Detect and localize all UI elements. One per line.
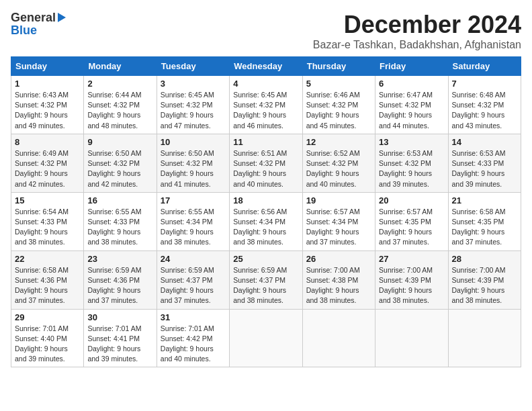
day-number: 25 (233, 254, 298, 264)
calendar-table: SundayMondayTuesdayWednesdayThursdayFrid… (11, 56, 521, 367)
title-section: December 2024 Bazar-e Tashkan, Badakhsha… (313, 11, 521, 51)
logo-blue-text: Blue (11, 24, 66, 38)
day-number: 2 (87, 79, 152, 89)
day-number: 27 (379, 254, 444, 264)
day-number: 5 (306, 79, 371, 89)
day-number: 10 (161, 137, 226, 147)
calendar-week-1: 1 Sunrise: 6:43 AMSunset: 4:32 PMDayligh… (11, 76, 521, 134)
day-number: 17 (161, 195, 226, 205)
column-header-wednesday: Wednesday (230, 57, 302, 76)
day-info: Sunrise: 6:59 AMSunset: 4:36 PMDaylight:… (87, 266, 141, 305)
calendar-cell: 5 Sunrise: 6:46 AMSunset: 4:32 PMDayligh… (302, 76, 375, 134)
day-number: 9 (87, 137, 152, 147)
day-info: Sunrise: 6:57 AMSunset: 4:35 PMDaylight:… (379, 208, 433, 246)
day-info: Sunrise: 7:01 AMSunset: 4:41 PMDaylight:… (87, 324, 141, 363)
day-number: 16 (87, 195, 152, 205)
day-info: Sunrise: 6:54 AMSunset: 4:33 PMDaylight:… (15, 208, 69, 246)
day-number: 1 (15, 79, 80, 89)
calendar-week-5: 29 Sunrise: 7:01 AMSunset: 4:40 PMDaylig… (11, 309, 521, 367)
calendar-cell (448, 309, 521, 367)
day-info: Sunrise: 6:56 AMSunset: 4:34 PMDaylight:… (233, 208, 287, 246)
calendar-cell: 25 Sunrise: 6:59 AMSunset: 4:37 PMDaylig… (230, 250, 302, 309)
day-info: Sunrise: 6:59 AMSunset: 4:37 PMDaylight:… (233, 266, 287, 305)
calendar-cell: 27 Sunrise: 7:00 AMSunset: 4:39 PMDaylig… (375, 250, 448, 309)
calendar-cell: 23 Sunrise: 6:59 AMSunset: 4:36 PMDaylig… (84, 250, 157, 309)
day-number: 20 (379, 195, 444, 205)
day-number: 30 (87, 312, 152, 322)
day-info: Sunrise: 7:00 AMSunset: 4:39 PMDaylight:… (379, 266, 433, 305)
calendar-cell: 24 Sunrise: 6:59 AMSunset: 4:37 PMDaylig… (157, 250, 229, 309)
day-number: 6 (379, 79, 444, 89)
day-info: Sunrise: 7:00 AMSunset: 4:39 PMDaylight:… (452, 266, 506, 305)
calendar-cell: 16 Sunrise: 6:55 AMSunset: 4:33 PMDaylig… (84, 192, 157, 250)
day-number: 15 (15, 195, 80, 205)
column-header-sunday: Sunday (11, 57, 84, 76)
day-info: Sunrise: 6:46 AMSunset: 4:32 PMDaylight:… (306, 91, 360, 130)
calendar-cell: 13 Sunrise: 6:53 AMSunset: 4:32 PMDaylig… (375, 134, 448, 192)
column-header-tuesday: Tuesday (157, 57, 229, 76)
calendar-week-4: 22 Sunrise: 6:58 AMSunset: 4:36 PMDaylig… (11, 250, 521, 309)
calendar-cell: 15 Sunrise: 6:54 AMSunset: 4:33 PMDaylig… (11, 192, 84, 250)
calendar-cell: 31 Sunrise: 7:01 AMSunset: 4:42 PMDaylig… (157, 309, 229, 367)
day-info: Sunrise: 6:45 AMSunset: 4:32 PMDaylight:… (161, 91, 214, 130)
calendar-cell: 22 Sunrise: 6:58 AMSunset: 4:36 PMDaylig… (11, 250, 84, 309)
calendar-cell: 3 Sunrise: 6:45 AMSunset: 4:32 PMDayligh… (157, 76, 229, 134)
day-info: Sunrise: 6:52 AMSunset: 4:32 PMDaylight:… (306, 149, 360, 188)
column-header-friday: Friday (375, 57, 448, 76)
logo: General Blue (11, 11, 66, 38)
logo-arrow-icon (58, 13, 66, 22)
calendar-header: General Blue December 2024 Bazar-e Tashk… (11, 11, 521, 51)
calendar-cell: 14 Sunrise: 6:53 AMSunset: 4:33 PMDaylig… (448, 134, 521, 192)
calendar-cell: 19 Sunrise: 6:57 AMSunset: 4:34 PMDaylig… (302, 192, 375, 250)
calendar-cell: 30 Sunrise: 7:01 AMSunset: 4:41 PMDaylig… (84, 309, 157, 367)
day-info: Sunrise: 6:58 AMSunset: 4:35 PMDaylight:… (452, 208, 506, 246)
column-header-monday: Monday (84, 57, 157, 76)
day-number: 24 (161, 254, 226, 264)
day-number: 26 (306, 254, 371, 264)
day-number: 7 (452, 79, 517, 89)
day-info: Sunrise: 6:59 AMSunset: 4:37 PMDaylight:… (161, 266, 214, 305)
day-info: Sunrise: 6:49 AMSunset: 4:32 PMDaylight:… (15, 149, 69, 188)
month-title: December 2024 (313, 11, 521, 39)
day-number: 4 (233, 79, 298, 89)
day-info: Sunrise: 6:51 AMSunset: 4:32 PMDaylight:… (233, 149, 287, 188)
day-number: 18 (233, 195, 298, 205)
calendar-cell: 20 Sunrise: 6:57 AMSunset: 4:35 PMDaylig… (375, 192, 448, 250)
day-info: Sunrise: 7:01 AMSunset: 4:42 PMDaylight:… (161, 324, 214, 363)
day-number: 21 (452, 195, 517, 205)
day-number: 3 (161, 79, 226, 89)
calendar-cell: 8 Sunrise: 6:49 AMSunset: 4:32 PMDayligh… (11, 134, 84, 192)
day-info: Sunrise: 6:50 AMSunset: 4:32 PMDaylight:… (87, 149, 141, 188)
calendar-cell (375, 309, 448, 367)
calendar-cell: 9 Sunrise: 6:50 AMSunset: 4:32 PMDayligh… (84, 134, 157, 192)
day-info: Sunrise: 7:00 AMSunset: 4:38 PMDaylight:… (306, 266, 360, 305)
calendar-cell: 2 Sunrise: 6:44 AMSunset: 4:32 PMDayligh… (84, 76, 157, 134)
calendar-header-row: SundayMondayTuesdayWednesdayThursdayFrid… (11, 57, 521, 76)
day-number: 12 (306, 137, 371, 147)
day-number: 8 (15, 137, 80, 147)
column-header-thursday: Thursday (302, 57, 375, 76)
day-info: Sunrise: 6:53 AMSunset: 4:33 PMDaylight:… (452, 149, 506, 188)
calendar-cell: 12 Sunrise: 6:52 AMSunset: 4:32 PMDaylig… (302, 134, 375, 192)
calendar-cell: 7 Sunrise: 6:48 AMSunset: 4:32 PMDayligh… (448, 76, 521, 134)
day-number: 13 (379, 137, 444, 147)
day-number: 19 (306, 195, 371, 205)
day-info: Sunrise: 6:55 AMSunset: 4:33 PMDaylight:… (87, 208, 141, 246)
day-number: 22 (15, 254, 80, 264)
calendar-cell (230, 309, 302, 367)
day-info: Sunrise: 6:44 AMSunset: 4:32 PMDaylight:… (87, 91, 141, 130)
calendar-cell: 1 Sunrise: 6:43 AMSunset: 4:32 PMDayligh… (11, 76, 84, 134)
day-info: Sunrise: 6:53 AMSunset: 4:32 PMDaylight:… (379, 149, 433, 188)
calendar-cell: 28 Sunrise: 7:00 AMSunset: 4:39 PMDaylig… (448, 250, 521, 309)
calendar-cell: 29 Sunrise: 7:01 AMSunset: 4:40 PMDaylig… (11, 309, 84, 367)
column-header-saturday: Saturday (448, 57, 521, 76)
calendar-week-2: 8 Sunrise: 6:49 AMSunset: 4:32 PMDayligh… (11, 134, 521, 192)
calendar-cell: 4 Sunrise: 6:45 AMSunset: 4:32 PMDayligh… (230, 76, 302, 134)
calendar-cell: 17 Sunrise: 6:55 AMSunset: 4:34 PMDaylig… (157, 192, 229, 250)
calendar-cell: 26 Sunrise: 7:00 AMSunset: 4:38 PMDaylig… (302, 250, 375, 309)
day-info: Sunrise: 6:47 AMSunset: 4:32 PMDaylight:… (379, 91, 433, 130)
day-number: 23 (87, 254, 152, 264)
calendar-cell: 10 Sunrise: 6:50 AMSunset: 4:32 PMDaylig… (157, 134, 229, 192)
day-number: 28 (452, 254, 517, 264)
day-info: Sunrise: 7:01 AMSunset: 4:40 PMDaylight:… (15, 324, 69, 363)
